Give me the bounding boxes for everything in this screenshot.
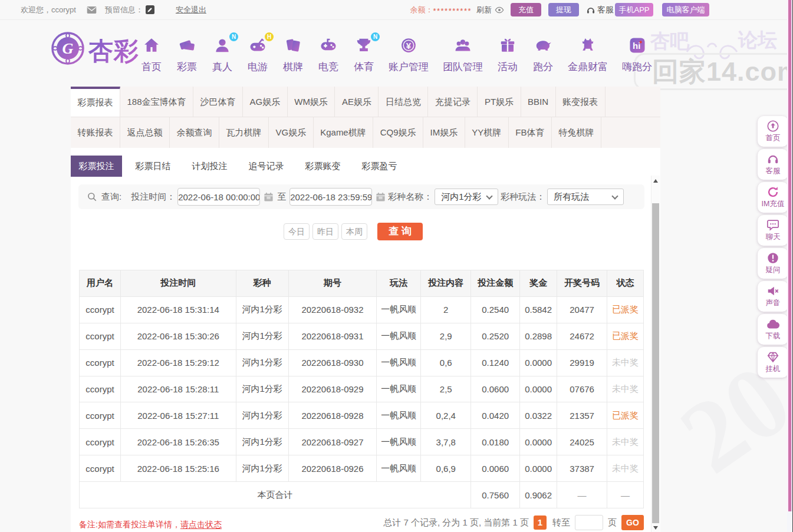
nav-item-jinding[interactable]: 金鼎财富 (568, 34, 608, 74)
play-select[interactable]: 所有玩法 (547, 189, 624, 205)
sidebar-question-button[interactable]: 疑问 (758, 248, 788, 279)
status-cell[interactable]: 未中奖 (607, 455, 644, 482)
content-scrollbar[interactable] (651, 176, 660, 532)
tab-ag[interactable]: AG娱乐 (243, 87, 288, 117)
edit-icon[interactable] (146, 5, 154, 14)
withdraw-button[interactable]: 提现 (548, 3, 579, 16)
tab-rebate-total[interactable]: 返点总额 (120, 117, 170, 148)
subtab-lottery-bets[interactable]: 彩票投注 (71, 156, 122, 177)
nav-item-hipaofen[interactable]: hi 嗨跑分 (622, 34, 652, 74)
tab-188-sports[interactable]: 188金宝博体育 (120, 87, 193, 117)
col-play: 玩法 (377, 270, 421, 297)
tab-deposit-withdraw[interactable]: 充提记录 (428, 87, 478, 117)
tab-daily-summary[interactable]: 日结总览 (379, 87, 428, 117)
note-text: 备注:如需查看投注单详情，请点击状态 (79, 520, 222, 530)
status-cell[interactable]: 已派奖 (607, 296, 644, 323)
tab-cq9[interactable]: CQ9娱乐 (373, 117, 423, 148)
sidebar-afk-button[interactable]: 挂机 (758, 347, 788, 378)
scroll-down-arrow[interactable] (653, 526, 658, 530)
mobile-app-button[interactable]: 手机APP (615, 3, 653, 16)
tab-im[interactable]: IM娱乐 (423, 117, 465, 148)
status-cell[interactable]: 未中奖 (607, 349, 644, 376)
lottery-select[interactable]: 河内1分彩 (435, 189, 498, 205)
nav-item-team[interactable]: 团队管理 (443, 34, 483, 74)
brand-name[interactable]: 杏彩 (88, 35, 139, 68)
eye-icon[interactable] (495, 5, 504, 15)
hi-app-icon: hi (627, 34, 648, 57)
mail-icon[interactable] (87, 6, 97, 14)
date-from-input[interactable] (177, 188, 260, 206)
note-status-link[interactable]: 请点击状态 (180, 520, 222, 529)
page-scrollbar[interactable] (787, 0, 793, 532)
deposit-button[interactable]: 充值 (511, 3, 541, 16)
calendar-icon[interactable] (376, 192, 386, 202)
col-issue: 期号 (288, 270, 377, 297)
col-username: 用户名 (80, 270, 121, 297)
tab-kgame[interactable]: Kgame棋牌 (314, 117, 374, 148)
refresh-link[interactable]: 刷新 (476, 5, 492, 15)
nav-item-account[interactable]: ¥ 账户管理 (389, 34, 429, 74)
bet-time-label: 投注时间： (131, 191, 175, 203)
tab-lottery-report[interactable]: 彩票报表 (71, 87, 120, 117)
tab-saba-sports[interactable]: 沙巴体育 (193, 87, 243, 117)
status-cell[interactable]: 未中奖 (607, 376, 644, 402)
nav-item-cards[interactable]: 棋牌 (282, 34, 304, 74)
watermark-site-box: 回家14.com (634, 53, 793, 90)
sidebar-sound-button[interactable]: 声音 (758, 281, 788, 312)
tab-yy-cards[interactable]: YY棋牌 (465, 117, 509, 148)
table-row: ccorypt2022-06-18 15:31:14河内1分彩20220618-… (80, 296, 644, 323)
tab-bbin[interactable]: BBIN (521, 87, 556, 117)
search-button[interactable]: 查 询 (377, 223, 423, 240)
sidebar-chat-button[interactable]: 聊天 (758, 215, 788, 246)
scroll-up-arrow[interactable] (653, 179, 658, 183)
nav-item-paofen[interactable]: 跑分 (532, 34, 554, 74)
nav-item-live[interactable]: N 真人 (212, 34, 233, 74)
thisweek-button[interactable]: 本周 (341, 223, 367, 240)
brand-logo[interactable]: G (51, 31, 85, 68)
go-button[interactable]: GO (621, 515, 644, 530)
goto-page-input[interactable] (575, 515, 603, 530)
sidebar-service-button[interactable]: 客服 (758, 149, 788, 180)
sidebar-download-button[interactable]: 下载 (758, 314, 788, 345)
nav-item-home[interactable]: 首页 (141, 34, 162, 74)
subtab-plan-bets[interactable]: 计划投注 (184, 156, 235, 177)
tab-fb-sports[interactable]: FB体育 (509, 117, 552, 148)
tab-pt[interactable]: PT娱乐 (478, 87, 521, 117)
watermark-text-2: 论坛 (738, 27, 777, 54)
customer-service-link[interactable]: 客服 (586, 5, 614, 15)
subtab-chase-records[interactable]: 追号记录 (241, 156, 292, 177)
page-number-button[interactable]: 1 (534, 516, 547, 530)
status-cell[interactable]: 未中奖 (607, 429, 644, 455)
nav-item-egames[interactable]: H 电游 (247, 34, 268, 74)
subtab-lottery-pnl[interactable]: 彩票盈亏 (354, 156, 405, 177)
subtab-lottery-changes[interactable]: 彩票账变 (297, 156, 348, 177)
tab-account-change[interactable]: 账变报表 (556, 87, 606, 117)
logout-link[interactable]: 安全退出 (176, 5, 206, 15)
tab-wm[interactable]: WM娱乐 (288, 87, 335, 117)
status-cell[interactable]: 已派奖 (607, 402, 644, 429)
pc-client-button[interactable]: 电脑客户端 (662, 3, 709, 16)
nav-item-sports[interactable]: N 体育 (353, 34, 374, 74)
calendar-icon[interactable] (264, 192, 274, 202)
tab-vg[interactable]: VG娱乐 (269, 117, 314, 148)
subtab-lottery-daily[interactable]: 彩票日结 (127, 156, 179, 177)
tab-tetu-cards[interactable]: 特兔棋牌 (552, 117, 601, 148)
today-button[interactable]: 今日 (284, 223, 310, 240)
date-to-input[interactable] (289, 188, 372, 206)
sidebar-home-button[interactable]: 首页 (758, 116, 788, 147)
service-label: 客服 (597, 5, 614, 15)
sidebar-im-recharge-button[interactable]: IM充值 (758, 182, 788, 213)
tab-ae[interactable]: AE娱乐 (335, 87, 379, 117)
rhino-icon (532, 34, 554, 57)
scrollbar-thumb[interactable] (652, 203, 659, 523)
col-bet-time: 投注时间 (120, 270, 236, 297)
nav-item-lottery[interactable]: 彩票 (176, 34, 198, 74)
yesterday-button[interactable]: 昨日 (312, 223, 338, 240)
live-dealer-icon: N (212, 34, 233, 57)
nav-item-esports[interactable]: 电竞 (318, 34, 339, 74)
tab-balance-query[interactable]: 余额查询 (170, 117, 219, 148)
status-cell[interactable]: 已派奖 (607, 323, 644, 349)
tab-transfer-report[interactable]: 转账报表 (71, 117, 120, 148)
nav-item-promotions[interactable]: 活动 (497, 34, 518, 74)
tab-wali-cards[interactable]: 瓦力棋牌 (219, 117, 269, 148)
